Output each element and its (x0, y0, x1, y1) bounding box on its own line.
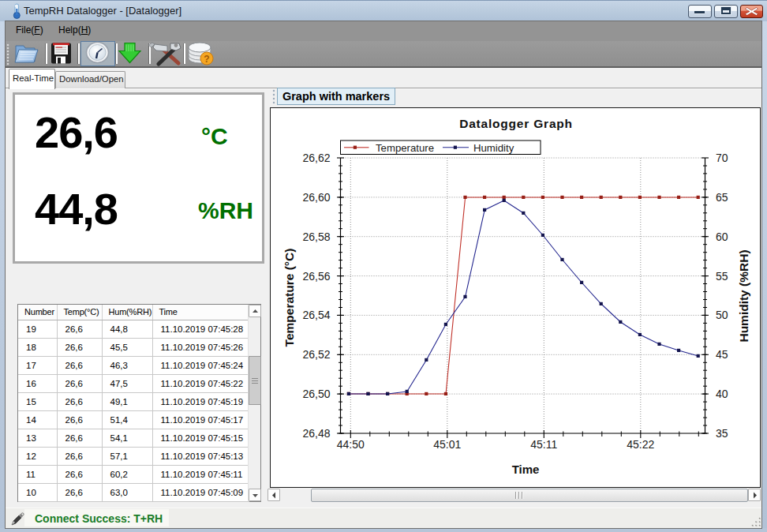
svg-text:35: 35 (716, 427, 728, 440)
svg-text:26,60: 26,60 (302, 191, 330, 204)
svg-text:50: 50 (716, 309, 728, 321)
svg-text:26,48: 26,48 (302, 427, 330, 440)
svg-text:26,54: 26,54 (302, 309, 330, 321)
svg-text:45:11: 45:11 (530, 438, 557, 451)
svg-text:Temperature (°C): Temperature (°C) (282, 249, 296, 347)
svg-text:Humidity (%RH): Humidity (%RH) (737, 249, 750, 342)
svg-text:26,58: 26,58 (302, 230, 330, 243)
svg-text:45: 45 (716, 348, 728, 361)
svg-text:65: 65 (716, 191, 728, 204)
svg-text:26,56: 26,56 (302, 270, 330, 283)
svg-text:44:50: 44:50 (337, 438, 365, 451)
svg-text:55: 55 (716, 270, 728, 283)
svg-text:70: 70 (716, 152, 728, 164)
svg-text:Time: Time (512, 463, 540, 476)
svg-text:40: 40 (716, 388, 728, 400)
svg-text:60: 60 (716, 230, 728, 243)
svg-text:45:01: 45:01 (433, 438, 461, 451)
svg-text:45:22: 45:22 (627, 438, 654, 451)
svg-text:?: ? (204, 54, 209, 65)
svg-text:26,52: 26,52 (302, 348, 330, 361)
svg-text:26,50: 26,50 (302, 388, 330, 400)
svg-text:Humidity: Humidity (473, 142, 514, 154)
svg-text:26,62: 26,62 (302, 152, 330, 164)
svg-text:Temperature: Temperature (376, 142, 434, 154)
svg-text:Datalogger Graph: Datalogger Graph (459, 117, 573, 130)
